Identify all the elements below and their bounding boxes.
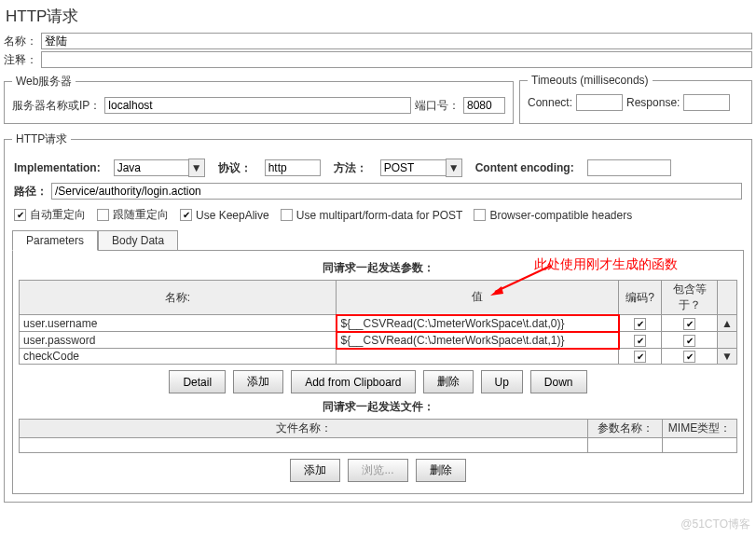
response-input[interactable] bbox=[683, 94, 730, 111]
add-button[interactable]: 添加 bbox=[233, 370, 283, 393]
parameters-panel: 同请求一起发送参数： 此处使用刚才生成的函数 名称: 值 编码? 包含等于？ u… bbox=[12, 250, 744, 494]
comment-label: 注释： bbox=[4, 52, 37, 68]
timeouts-group: Timeouts (milliseconds) Connect: Respons… bbox=[519, 74, 752, 124]
page-title: HTTP请求 bbox=[6, 6, 752, 27]
scrollbar[interactable] bbox=[718, 281, 737, 315]
checkbox-0[interactable]: ✔ bbox=[14, 209, 26, 221]
method-label: 方法： bbox=[334, 160, 367, 176]
scrollbar[interactable]: ▼ bbox=[718, 349, 737, 365]
checkbox-1[interactable] bbox=[97, 209, 109, 221]
scrollbar[interactable] bbox=[718, 332, 737, 349]
name-input[interactable] bbox=[41, 33, 752, 49]
host-input[interactable] bbox=[104, 97, 411, 114]
tab-body-data[interactable]: Body Data bbox=[98, 230, 178, 251]
port-label: 端口号： bbox=[415, 98, 460, 114]
path-input[interactable] bbox=[51, 183, 742, 200]
checkbox-label: Use KeepAlive bbox=[196, 209, 269, 222]
http-request-legend: HTTP请求 bbox=[12, 131, 71, 147]
files-send-title: 同请求一起发送文件： bbox=[19, 399, 737, 415]
connect-label: Connect: bbox=[528, 96, 572, 109]
proto-input[interactable] bbox=[265, 159, 321, 176]
http-request-group: HTTP请求 Implementation: ▼ 协议： 方法： ▼ Conte… bbox=[4, 131, 752, 503]
checkbox-label: 自动重定向 bbox=[30, 207, 86, 223]
files-table: 文件名称： 参数名称： MIME类型： bbox=[19, 419, 737, 453]
checkbox-label: 跟随重定向 bbox=[113, 207, 169, 223]
checkbox[interactable]: ✔ bbox=[683, 351, 695, 363]
checkbox[interactable]: ✔ bbox=[634, 351, 646, 363]
cell-name[interactable]: user.username bbox=[20, 315, 337, 332]
checkbox[interactable]: ✔ bbox=[683, 318, 695, 330]
cell-value[interactable] bbox=[337, 349, 619, 365]
table-row[interactable]: user.password${__CSVRead(C:\JmeterWorkSp… bbox=[20, 332, 737, 349]
col-value: 值 bbox=[337, 281, 619, 315]
response-label: Response: bbox=[626, 96, 680, 109]
col-name: 名称: bbox=[20, 281, 337, 315]
file-col-path: 文件名称： bbox=[20, 420, 588, 438]
col-encode: 编码? bbox=[619, 281, 662, 315]
web-server-group: Web服务器 服务器名称或IP： 端口号： bbox=[4, 74, 514, 124]
params-table: 名称: 值 编码? 包含等于？ user.username${__CSVRead… bbox=[19, 280, 737, 365]
col-include: 包含等于？ bbox=[662, 281, 718, 315]
up-button[interactable]: Up bbox=[481, 370, 523, 393]
delete-button[interactable]: 删除 bbox=[423, 370, 474, 393]
host-label: 服务器名称或IP： bbox=[12, 98, 101, 114]
impl-select[interactable]: ▼ bbox=[114, 159, 205, 177]
method-select[interactable]: ▼ bbox=[380, 159, 462, 177]
chevron-down-icon[interactable]: ▼ bbox=[188, 159, 205, 177]
file-col-param: 参数名称： bbox=[588, 420, 663, 438]
file-browse-button[interactable]: 浏览... bbox=[348, 459, 407, 482]
checkbox[interactable]: ✔ bbox=[683, 335, 695, 347]
checkbox-3[interactable] bbox=[281, 209, 293, 221]
cell-name[interactable]: checkCode bbox=[20, 349, 337, 365]
detail-button[interactable]: Detail bbox=[169, 370, 226, 393]
file-add-button[interactable]: 添加 bbox=[290, 459, 340, 482]
checkbox-label: Use multipart/form-data for POST bbox=[296, 209, 463, 222]
connect-input[interactable] bbox=[576, 94, 623, 111]
proto-label: 协议： bbox=[218, 160, 252, 176]
enc-input[interactable] bbox=[587, 159, 671, 176]
cell-value[interactable]: ${__CSVRead(C:\JmeterWorkSpace\t.dat,1)} bbox=[337, 332, 619, 349]
checkbox-4[interactable] bbox=[474, 209, 486, 221]
checkbox[interactable]: ✔ bbox=[634, 335, 646, 347]
port-input[interactable] bbox=[463, 97, 505, 114]
impl-label: Implementation: bbox=[14, 161, 101, 174]
table-row[interactable]: checkCode✔✔▼ bbox=[20, 349, 737, 365]
timeouts-legend: Timeouts (milliseconds) bbox=[528, 74, 653, 87]
params-send-title: 同请求一起发送参数： bbox=[19, 260, 737, 276]
chevron-down-icon[interactable]: ▼ bbox=[446, 159, 462, 177]
name-label: 名称： bbox=[4, 34, 37, 49]
path-label: 路径： bbox=[14, 184, 48, 200]
tab-parameters[interactable]: Parameters bbox=[12, 230, 98, 251]
cell-value[interactable]: ${__CSVRead(C:\JmeterWorkSpace\t.dat,0)} bbox=[337, 315, 619, 332]
add-clipboard-button[interactable]: Add from Clipboard bbox=[291, 370, 415, 393]
table-row[interactable]: user.username${__CSVRead(C:\JmeterWorkSp… bbox=[20, 315, 737, 332]
file-col-mime: MIME类型： bbox=[663, 420, 737, 438]
checkbox[interactable]: ✔ bbox=[634, 318, 646, 330]
web-server-legend: Web服务器 bbox=[12, 74, 76, 90]
enc-label: Content encoding: bbox=[475, 161, 574, 174]
scrollbar[interactable]: ▲ bbox=[718, 315, 737, 332]
down-button[interactable]: Down bbox=[530, 370, 587, 393]
checkbox-label: Browser-compatible headers bbox=[489, 209, 632, 222]
file-delete-button[interactable]: 删除 bbox=[416, 459, 466, 482]
checkbox-2[interactable]: ✔ bbox=[180, 209, 192, 221]
comment-input[interactable] bbox=[41, 51, 752, 68]
cell-name[interactable]: user.password bbox=[20, 332, 337, 349]
